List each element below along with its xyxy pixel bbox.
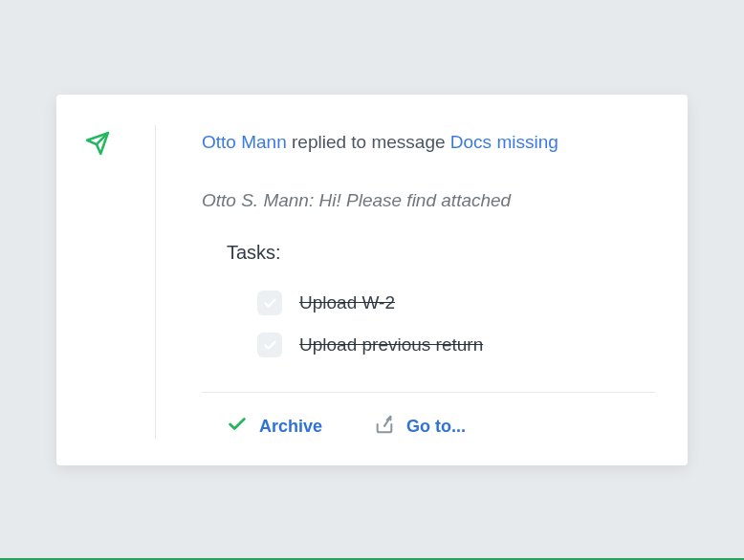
goto-label: Go to... bbox=[406, 417, 466, 437]
archive-label: Archive bbox=[259, 417, 322, 437]
goto-button[interactable]: Go to... bbox=[374, 414, 466, 439]
check-icon bbox=[263, 296, 277, 311]
task-row: Upload previous return bbox=[257, 333, 655, 357]
task-label: Upload W-2 bbox=[299, 292, 395, 313]
notification-card: Otto Mann replied to message Docs missin… bbox=[56, 95, 688, 466]
message-preview: Otto S. Mann: Hi! Please find attached bbox=[202, 190, 655, 211]
task-checkbox[interactable] bbox=[257, 333, 282, 357]
content-column: Otto Mann replied to message Docs missin… bbox=[156, 125, 655, 440]
notification-header: Otto Mann replied to message Docs missin… bbox=[202, 129, 655, 157]
message-title-link[interactable]: Docs missing bbox=[450, 132, 558, 152]
share-icon bbox=[374, 414, 395, 439]
check-icon bbox=[227, 414, 248, 439]
task-row: Upload W-2 bbox=[257, 291, 655, 315]
sender-link[interactable]: Otto Mann bbox=[202, 132, 287, 152]
task-label: Upload previous return bbox=[299, 334, 483, 355]
task-checkbox[interactable] bbox=[257, 291, 282, 315]
paper-plane-icon bbox=[85, 131, 110, 156]
check-icon bbox=[263, 338, 277, 353]
task-list: Upload W-2 Upload previous return bbox=[257, 291, 655, 357]
icon-column bbox=[85, 125, 156, 440]
archive-button[interactable]: Archive bbox=[227, 414, 322, 439]
action-verb: replied to message bbox=[292, 132, 446, 152]
tasks-heading: Tasks: bbox=[227, 242, 655, 264]
footer-actions: Archive Go to... bbox=[202, 392, 655, 439]
